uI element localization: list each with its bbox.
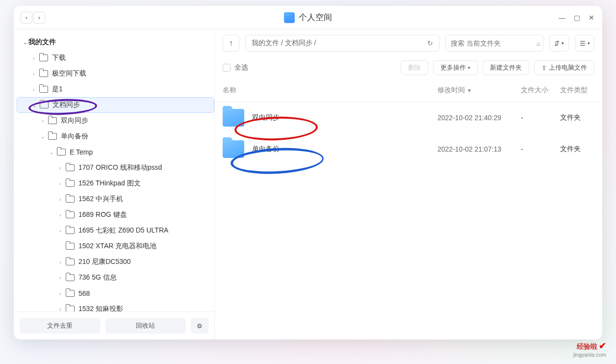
tree-item[interactable]: ›568 (17, 286, 214, 301)
chevron-icon[interactable]: › (57, 212, 64, 218)
tree-item-label: E Temp (70, 148, 93, 156)
tree-item-label: 736 5G 信息 (78, 273, 117, 282)
folder-icon (66, 306, 75, 312)
tree-item-label: 是1 (52, 85, 63, 94)
tree-item-label: 1695 七彩虹 Z690 D5 ULTRA (78, 226, 168, 235)
tree-item-label: 1502 XTAR 充电器和电池 (78, 242, 156, 251)
chevron-down-icon[interactable]: ⌄ (22, 40, 28, 45)
chevron-icon[interactable]: › (57, 260, 64, 265)
chevron-icon[interactable]: › (39, 118, 46, 124)
tree-item[interactable]: ⌄文档同步 (17, 97, 214, 113)
folder-icon (48, 133, 57, 140)
search-input[interactable] (451, 39, 537, 47)
tree-item[interactable]: ›1532 知麻投影 (17, 301, 214, 312)
checkbox-icon (223, 64, 231, 72)
chevron-icon[interactable]: › (57, 228, 64, 234)
table-row[interactable]: 双向同步2022-10-02 21:40:29-文件夹 (215, 102, 602, 133)
tree-item-label: 极空间下载 (52, 69, 86, 78)
tree-item-label: 1707 ORICO 线和移动pssd (78, 163, 162, 172)
tree-item-label: 1689 ROG 键盘 (78, 210, 127, 219)
table-row[interactable]: 单向备份2022-10-02 21:07:13-文件夹 (215, 133, 602, 165)
app-window: ‹ › 个人空间 — ▢ ✕ ⌄ 我的文件 ›下载›极空间下载›是1⌄文档同步›… (14, 6, 602, 339)
sort-dropdown[interactable]: ⇵▾ (549, 35, 569, 52)
col-size-header[interactable]: 文件大小 (521, 86, 560, 95)
tree-item[interactable]: ›736 5G 信息 (17, 270, 214, 286)
tree-item[interactable]: ⌄单向备份 (17, 129, 214, 144)
tree-item[interactable]: ›下载 (17, 50, 214, 66)
trash-button[interactable]: 回收站 (105, 318, 186, 334)
tree-item-label: 1532 知麻投影 (78, 305, 123, 312)
maximize-button[interactable]: ▢ (573, 14, 581, 22)
chevron-icon[interactable]: › (57, 291, 64, 296)
folder-icon (39, 54, 48, 61)
select-all-checkbox[interactable]: 全选 (223, 63, 248, 72)
chevron-icon[interactable]: ⌄ (48, 150, 55, 155)
tree-item-label: 568 (78, 289, 90, 297)
tree-item[interactable]: ›极空间下载 (17, 66, 214, 81)
chevron-icon[interactable]: › (30, 71, 37, 77)
tree-item[interactable]: ›1689 ROG 键盘 (17, 207, 214, 223)
tree-item[interactable]: 1502 XTAR 充电器和电池 (17, 238, 214, 254)
folder-icon (66, 196, 75, 203)
breadcrumb[interactable]: 我的文件 / 文档同步 / ↻ (245, 35, 439, 52)
titlebar: ‹ › 个人空间 — ▢ ✕ (14, 6, 602, 29)
tree-item[interactable]: ›1526 THinkpad 图文 (17, 176, 214, 191)
folder-icon (48, 117, 57, 124)
tree-item[interactable]: ›1695 七彩虹 Z690 D5 ULTRA (17, 223, 214, 238)
nav-back-button[interactable]: ‹ (21, 12, 32, 24)
chevron-icon[interactable]: ⌄ (31, 103, 38, 108)
file-size: - (521, 114, 560, 122)
file-time: 2022-10-02 21:07:13 (437, 145, 521, 153)
list-view-icon: ☰ (580, 40, 586, 47)
file-type: 文件夹 (560, 113, 594, 122)
watermark: 经验啦 ✔ jingyanla.com (573, 341, 606, 358)
minimize-button[interactable]: — (558, 14, 566, 22)
new-folder-button[interactable]: 新建文件夹 (483, 60, 529, 75)
col-type-header[interactable]: 文件类型 (560, 86, 594, 95)
dedup-button[interactable]: 文件去重 (20, 318, 101, 334)
tree-root[interactable]: ⌄ 我的文件 (17, 34, 214, 50)
tree-item[interactable]: ›是1 (17, 81, 214, 97)
tree-item-label: 下载 (52, 53, 66, 62)
folder-icon (66, 274, 75, 281)
refresh-icon[interactable]: ↻ (427, 39, 433, 47)
more-actions-button[interactable]: 更多操作▾ (433, 60, 478, 75)
folder-icon (66, 180, 75, 187)
file-name: 双向同步 (252, 113, 280, 122)
folder-icon (40, 102, 49, 108)
folder-icon (66, 227, 75, 234)
tree-item[interactable]: ›1562 中兴手机 (17, 191, 214, 207)
settings-button[interactable]: ⚙ (191, 318, 208, 334)
chevron-icon[interactable]: › (30, 55, 37, 61)
file-size: - (521, 145, 560, 153)
nav-forward-button[interactable]: › (33, 12, 45, 24)
chevron-icon[interactable]: ⌄ (39, 134, 46, 139)
chevron-icon[interactable]: › (30, 87, 37, 92)
table-header: 名称 修改时间 ▼ 文件大小 文件类型 (215, 78, 602, 102)
col-time-header[interactable]: 修改时间 ▼ (437, 86, 521, 95)
folder-app-icon (284, 12, 295, 23)
tree-item-label: 文档同步 (52, 101, 80, 109)
up-one-level-button[interactable]: ↑ (223, 35, 239, 52)
tree-item[interactable]: ›1707 ORICO 线和移动pssd (17, 160, 214, 176)
upload-button[interactable]: ⇧ 上传电脑文件 (534, 60, 594, 75)
chevron-icon[interactable]: › (57, 307, 64, 312)
tree-item-label: 单向备份 (61, 132, 88, 141)
search-icon: ⌕ (537, 39, 540, 47)
folder-tree[interactable]: ⌄ 我的文件 ›下载›极空间下载›是1⌄文档同步›双向同步⌄单向备份⌄E Tem… (14, 29, 214, 312)
chevron-icon[interactable]: › (57, 165, 64, 171)
chevron-icon[interactable]: › (57, 275, 64, 281)
tree-item[interactable]: ›双向同步 (17, 113, 214, 129)
search-box[interactable]: ⌕ (445, 35, 543, 52)
folder-icon (66, 290, 75, 297)
delete-button[interactable]: 删除 (401, 60, 428, 75)
chevron-icon[interactable]: › (57, 197, 64, 202)
tree-item[interactable]: ⌄E Temp (17, 144, 214, 160)
col-name-header[interactable]: 名称 (223, 86, 437, 95)
view-dropdown[interactable]: ☰▾ (575, 35, 594, 52)
tree-item[interactable]: ›210 尼康DC5300 (17, 254, 214, 270)
chevron-icon[interactable]: › (57, 181, 64, 186)
sort-icon: ⇵ (554, 40, 560, 47)
folder-icon (66, 164, 75, 171)
close-button[interactable]: ✕ (588, 14, 595, 22)
